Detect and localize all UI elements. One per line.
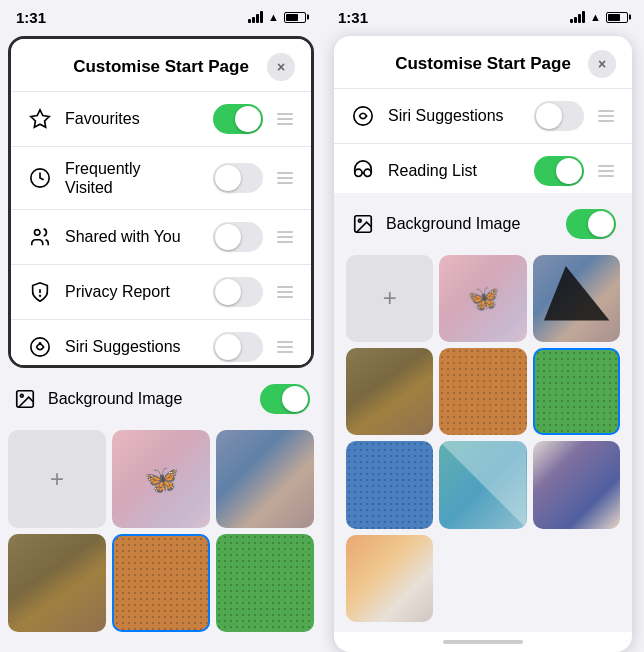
svg-point-13 <box>355 169 362 176</box>
right-bg-title: Background Image <box>386 215 556 233</box>
bg-thumb-earth[interactable] <box>8 534 106 632</box>
add-bg-button[interactable]: + <box>8 430 106 528</box>
privacy-report-drag-handle[interactable] <box>275 286 295 298</box>
shield-icon <box>27 279 53 305</box>
right-reading-label: Reading List <box>388 162 522 180</box>
right-close-button[interactable]: × <box>588 50 616 78</box>
right-reading-drag-handle[interactable] <box>596 165 616 177</box>
right-butterfly-decoration: 🦋 <box>467 283 499 314</box>
left-modal-wrap: Customise Start Page × Favourites <box>8 36 314 368</box>
right-bg-earth[interactable] <box>346 348 433 435</box>
svg-point-17 <box>358 219 361 222</box>
image-icon-left <box>12 386 38 412</box>
status-icons-right: ▲ <box>570 11 628 23</box>
right-phone-panel: 1:31 ▲ Customise Start Page × <box>322 0 644 652</box>
status-bar-left: 1:31 ▲ <box>0 0 322 32</box>
list-item-frequently-visited[interactable]: FrequentlyVisited <box>11 147 311 210</box>
favourites-toggle[interactable] <box>213 104 263 134</box>
right-bg-grid: + 🦋 <box>346 255 620 622</box>
right-siri-toggle[interactable] <box>534 101 584 131</box>
right-bg-paper[interactable] <box>533 441 620 528</box>
right-bg-orange-paper[interactable] <box>346 535 433 622</box>
left-bg-title: Background Image <box>48 390 250 408</box>
list-item-siri-suggestions[interactable]: Siri Suggestions <box>11 320 311 365</box>
list-item-favourites[interactable]: Favourites <box>11 92 311 147</box>
clock-icon <box>27 165 53 191</box>
arrow-decoration <box>533 255 620 342</box>
svg-marker-18 <box>544 266 610 321</box>
left-bg-grid: + 🦋 <box>8 430 314 632</box>
right-list-item-siri[interactable]: Siri Suggestions <box>334 89 632 144</box>
bg-thumb-orange-dots[interactable] <box>112 534 210 632</box>
privacy-report-label: Privacy Report <box>65 283 201 301</box>
right-modal-header: Customise Start Page × <box>334 36 632 89</box>
right-modal-title: Customise Start Page <box>378 54 588 74</box>
teal-decoration <box>439 441 526 528</box>
privacy-report-toggle[interactable] <box>213 277 263 307</box>
favourites-label: Favourites <box>65 110 201 128</box>
people-icon <box>27 224 53 250</box>
left-bg-header: Background Image <box>8 376 314 422</box>
left-close-button[interactable]: × <box>267 53 295 81</box>
left-modal-header: Customise Start Page × <box>11 39 311 92</box>
svg-point-12 <box>354 107 372 125</box>
right-siri-drag-handle[interactable] <box>596 110 616 122</box>
right-bg-blue-art[interactable] <box>533 255 620 342</box>
right-settings-list: Siri Suggestions Read <box>334 89 632 193</box>
right-bg-blue-dots[interactable] <box>346 441 433 528</box>
right-modal-card: Customise Start Page × Siri Suggestions <box>334 36 632 652</box>
image-icon-right <box>350 211 376 237</box>
list-item-shared-with-you[interactable]: Shared with You <box>11 210 311 265</box>
right-siri-label: Siri Suggestions <box>388 107 522 125</box>
right-home-indicator <box>334 632 632 652</box>
right-bg-orange-dots[interactable] <box>439 348 526 435</box>
butterfly-decoration: 🦋 <box>144 463 179 496</box>
wifi-icon: ▲ <box>268 11 279 23</box>
glasses-icon-right <box>350 158 376 184</box>
frequently-visited-toggle[interactable] <box>213 163 263 193</box>
svg-point-14 <box>364 169 371 176</box>
left-bg-section: Background Image + 🦋 <box>0 368 322 632</box>
right-list-item-reading[interactable]: Reading List <box>334 144 632 193</box>
svg-point-5 <box>31 338 49 356</box>
bg-thumb-blue-art[interactable] <box>216 430 314 528</box>
battery-icon <box>284 12 306 23</box>
right-bg-teal[interactable] <box>439 441 526 528</box>
right-bg-green-dots[interactable] <box>533 348 620 435</box>
battery-icon-right <box>606 12 628 23</box>
right-bg-butterfly[interactable]: 🦋 <box>439 255 526 342</box>
shared-with-you-toggle[interactable] <box>213 222 263 252</box>
left-modal-title: Customise Start Page <box>55 57 267 77</box>
siri-suggestions-toggle[interactable] <box>213 332 263 362</box>
siri-suggestions-label: Siri Suggestions <box>65 338 201 356</box>
left-modal-card: Customise Start Page × Favourites <box>11 39 311 365</box>
frequently-visited-drag-handle[interactable] <box>275 172 295 184</box>
siri-suggestions-drag-handle[interactable] <box>275 341 295 353</box>
wifi-icon-right: ▲ <box>590 11 601 23</box>
svg-point-11 <box>20 394 23 397</box>
status-bar-right: 1:31 ▲ <box>322 0 644 32</box>
siri-icon-right <box>350 103 376 129</box>
status-time-left: 1:31 <box>16 9 46 26</box>
list-item-privacy-report[interactable]: Privacy Report <box>11 265 311 320</box>
bg-thumb-green-dots[interactable] <box>216 534 314 632</box>
left-bg-toggle[interactable] <box>260 384 310 414</box>
shared-with-you-label: Shared with You <box>65 228 201 246</box>
svg-point-2 <box>35 230 41 236</box>
shared-with-you-drag-handle[interactable] <box>275 231 295 243</box>
svg-marker-19 <box>439 441 526 528</box>
signal-icon <box>248 11 263 23</box>
left-phone-panel: 1:31 ▲ Customise Start Page × <box>0 0 322 652</box>
right-bg-header: Background Image <box>346 201 620 247</box>
favourites-drag-handle[interactable] <box>275 113 295 125</box>
svg-point-4 <box>40 296 41 297</box>
signal-icon-right <box>570 11 585 23</box>
svg-marker-0 <box>31 110 49 127</box>
right-bg-toggle[interactable] <box>566 209 616 239</box>
frequently-visited-label: FrequentlyVisited <box>65 159 201 197</box>
right-reading-toggle[interactable] <box>534 156 584 186</box>
left-home-indicator <box>0 632 322 652</box>
siri-icon <box>27 334 53 360</box>
bg-thumb-butterfly[interactable]: 🦋 <box>112 430 210 528</box>
right-add-bg-button[interactable]: + <box>346 255 433 342</box>
